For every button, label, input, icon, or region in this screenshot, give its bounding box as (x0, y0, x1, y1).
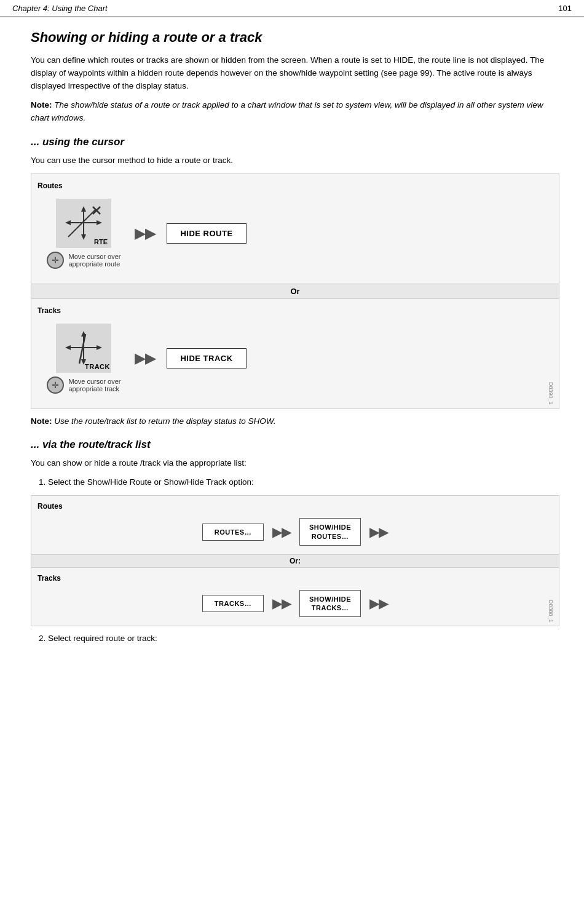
route-caption-line1: Move cursor over (69, 253, 121, 260)
note-2-prefix: Note: (31, 416, 52, 426)
show-hide-routes-button[interactable]: SHOW/HIDE ROUTES… (299, 518, 361, 546)
steps-list-2: Select required route or track: (48, 632, 559, 645)
tracks-arrow-2: ▶▶ (369, 596, 388, 611)
routes-arrow-1: ▶▶ (272, 525, 291, 540)
list-method-diagram: Routes ROUTES… ▶▶ SHOW/HIDE ROUTES… ▶▶ O… (31, 495, 559, 626)
list-routes-section: Routes ROUTES… ▶▶ SHOW/HIDE ROUTES… ▶▶ (31, 496, 559, 554)
section-title: Showing or hiding a route or a track (31, 30, 559, 46)
routes-section: Routes (31, 174, 559, 284)
track-crosshair-svg (62, 328, 105, 368)
rte-label: RTE (94, 238, 108, 245)
svg-marker-12 (81, 331, 86, 337)
body-paragraph-1: You can define which routes or tracks ar… (31, 54, 559, 93)
tracks-menu-button[interactable]: TRACKS… (202, 595, 264, 612)
diagram-2-id: D8388_1 (548, 600, 554, 623)
route-arrow: ▶▶ (135, 226, 156, 242)
routes-label: Routes (31, 178, 559, 193)
note-1-text: The show/hide status of a route or track… (31, 100, 543, 122)
list-tracks-row: TRACKS… ▶▶ SHOW/HIDE TRACKS… ▶▶ (31, 585, 559, 620)
track-cursor-caption: ✛ Move cursor over appropriate track (47, 376, 121, 394)
rte-crosshair-svg (62, 203, 105, 243)
list-tracks-section: Tracks TRACKS… ▶▶ SHOW/HIDE TRACKS… ▶▶ (31, 568, 559, 626)
svg-marker-6 (81, 234, 86, 240)
show-hide-tracks-button[interactable]: SHOW/HIDE TRACKS… (299, 590, 361, 618)
track-caption-line2: appropriate track (69, 385, 120, 392)
track-cursor-icon: ✛ (47, 376, 64, 394)
hide-route-button[interactable]: HIDE ROUTE (167, 223, 247, 244)
list-tracks-label: Tracks (31, 572, 559, 585)
hide-track-button[interactable]: HIDE TRACK (167, 348, 247, 368)
routes-arrow-2: ▶▶ (369, 525, 388, 540)
tracks-label: Tracks (31, 303, 559, 317)
tracks-icon-area: TRACK ✛ Move cursor over appropriate tra… (44, 324, 124, 394)
route-cursor-caption: ✛ Move cursor over appropriate route (47, 252, 121, 269)
svg-marker-14 (65, 345, 71, 350)
subsection-2-intro: You can show or hide a route /track via … (31, 457, 559, 470)
cursor-method-diagram: Routes (31, 173, 559, 409)
diagram-1-id: D8390_1 (548, 382, 554, 405)
route-caption: Move cursor over appropriate route (69, 253, 121, 268)
routes-icon-area: RTE ✛ Move cursor over appropriate route (44, 199, 124, 269)
show-hide-routes-line1: SHOW/HIDE (309, 524, 351, 531)
routes-row: RTE ✛ Move cursor over appropriate route… (31, 193, 559, 277)
list-routes-row: ROUTES… ▶▶ SHOW/HIDE ROUTES… ▶▶ (31, 513, 559, 548)
cursor-diagram-or: Or (31, 284, 559, 299)
svg-line-9 (79, 334, 85, 364)
svg-marker-8 (97, 220, 102, 225)
track-arrow: ▶▶ (135, 351, 156, 367)
show-hide-tracks-line1: SHOW/HIDE (309, 595, 351, 603)
steps-list: Select the Show/Hide Route or Show/Hide … (48, 476, 559, 489)
tracks-section: Tracks (31, 299, 559, 408)
track-caption-line1: Move cursor over (69, 378, 121, 385)
track-box: TRACK (56, 324, 111, 373)
step-1: Select the Show/Hide Route or Show/Hide … (48, 476, 559, 489)
rte-box: RTE (56, 199, 111, 248)
tracks-row: TRACK ✛ Move cursor over appropriate tra… (31, 317, 559, 402)
svg-marker-7 (65, 220, 71, 225)
note-1: Note: The show/hide status of a route or… (31, 99, 559, 125)
chapter-label: Chapter 4: Using the Chart (12, 4, 108, 13)
note-2-text: Use the route/track list to return the d… (52, 416, 276, 426)
route-cursor-icon: ✛ (47, 252, 64, 269)
svg-marker-5 (81, 206, 86, 212)
subsection-1-title: ... using the cursor (31, 136, 559, 148)
show-hide-routes-line2: ROUTES… (312, 533, 349, 540)
track-label: TRACK (85, 363, 110, 370)
tracks-arrow-1: ▶▶ (272, 596, 291, 611)
subsection-2-title: ... via the route/track list (31, 439, 559, 451)
subsection-1-intro: You can use the cursor method to hide a … (31, 154, 559, 167)
note-2: Note: Use the route/track list to return… (31, 415, 559, 428)
svg-marker-15 (97, 345, 102, 350)
track-caption: Move cursor over appropriate track (69, 378, 121, 392)
show-hide-tracks-line2: TRACKS… (312, 604, 349, 611)
list-routes-label: Routes (31, 500, 559, 513)
page-number: 101 (558, 4, 572, 13)
list-diagram-or: Or: (31, 554, 559, 568)
step-2: Select required route or track: (48, 632, 559, 645)
routes-menu-button[interactable]: ROUTES… (202, 524, 264, 541)
page-header: Chapter 4: Using the Chart 101 (0, 0, 584, 17)
page-content: Showing or hiding a route or a track You… (0, 17, 584, 664)
note-1-prefix: Note: (31, 100, 52, 110)
route-caption-line2: appropriate route (69, 260, 120, 268)
